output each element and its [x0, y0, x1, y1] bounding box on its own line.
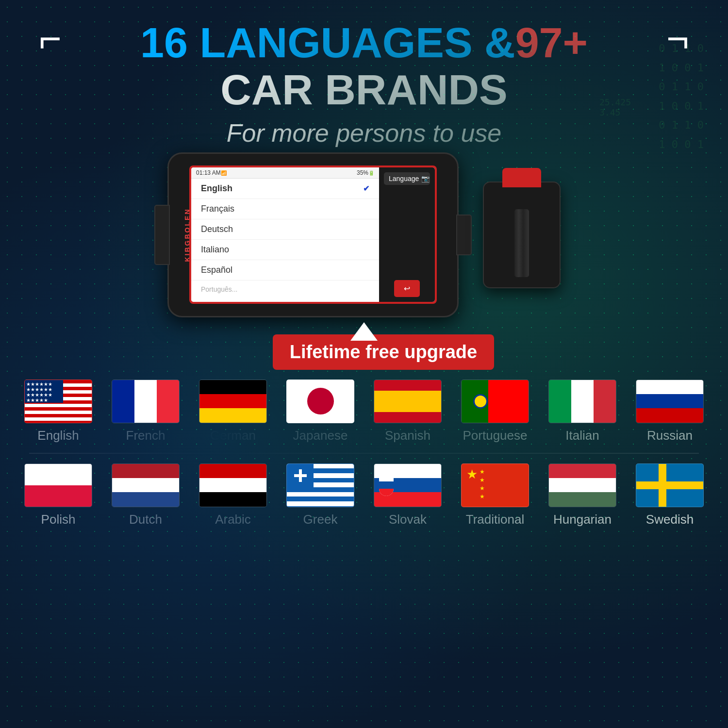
flag-poland [24, 463, 92, 507]
flag-spain [374, 380, 442, 423]
flag-portugal [461, 380, 529, 423]
back-button[interactable]: ↩ [394, 280, 420, 297]
lang-italian-label: Italiano [201, 245, 229, 255]
lang-spanish-label: Español [201, 265, 232, 275]
upgrade-badge: Lifetime free upgrade [273, 334, 494, 370]
lang-english[interactable]: English ✔ [191, 179, 379, 199]
flag-germany [199, 380, 267, 423]
obd-body [514, 209, 529, 277]
lang-portuguese[interactable]: Português... [191, 281, 379, 298]
flag-japan [286, 380, 354, 423]
flag-italy [548, 380, 616, 423]
language-button[interactable]: Language 📷 [384, 172, 430, 185]
lang-german[interactable]: Deutsch [191, 219, 379, 240]
flag-usa: ★★★★★★★★★★★★★★★★★★★★★★★ [24, 380, 92, 423]
flag-greece [286, 463, 354, 507]
lang-german-label: Deutsch [201, 224, 233, 234]
camera-icon: 📷 [421, 175, 430, 182]
scanner-device: KIBGBOLEN 01:13 AM 📶 35% 🔋 Eng [167, 152, 459, 317]
bracket-right: ⌐ [666, 19, 689, 58]
lang-italian[interactable]: Italiano [191, 240, 379, 260]
status-bar: 01:13 AM 📶 35% 🔋 [191, 167, 379, 179]
lang-spanish[interactable]: Español [191, 260, 379, 281]
flag-hungary [548, 463, 616, 507]
lang-portuguese-label: Português... [201, 285, 238, 293]
screen-main: 01:13 AM 📶 35% 🔋 English ✔ [191, 167, 379, 302]
language-list: English ✔ Français Deutsch Italiano [191, 179, 379, 302]
flag-slovakia [374, 463, 442, 507]
device-battery: 35% [357, 169, 368, 176]
lang-french[interactable]: Français [191, 199, 379, 219]
lang-english-label: English [201, 183, 232, 194]
upgrade-section: Lifetime free upgrade [0, 325, 728, 370]
flag-russia [636, 380, 704, 423]
page: 0 1 1 01 0 0 10 1 1 01 0 0 10 1 1 01 0 0… [0, 0, 728, 728]
checkmark-icon: ✔ [363, 184, 369, 193]
flag-arabic [199, 463, 267, 507]
obd-connector [502, 168, 541, 187]
flag-china: ★ ★ ★ ★ ★ [461, 463, 529, 507]
flag-france [112, 380, 180, 423]
flag-sweden [636, 463, 704, 507]
obd-dongle [483, 182, 561, 288]
screen-border: 01:13 AM 📶 35% 🔋 English ✔ [189, 165, 437, 304]
bracket-left: ⌐ [39, 19, 62, 58]
language-button-label: Language [389, 175, 419, 182]
device-screen: 01:13 AM 📶 35% 🔋 English ✔ [191, 167, 435, 302]
screen-sidebar: Language 📷 ↩ [379, 167, 435, 302]
lang-french-label: Français [201, 204, 234, 214]
arrow-up-icon [350, 322, 378, 341]
flag-netherlands [112, 463, 180, 507]
device-time: 01:13 AM [196, 169, 221, 176]
